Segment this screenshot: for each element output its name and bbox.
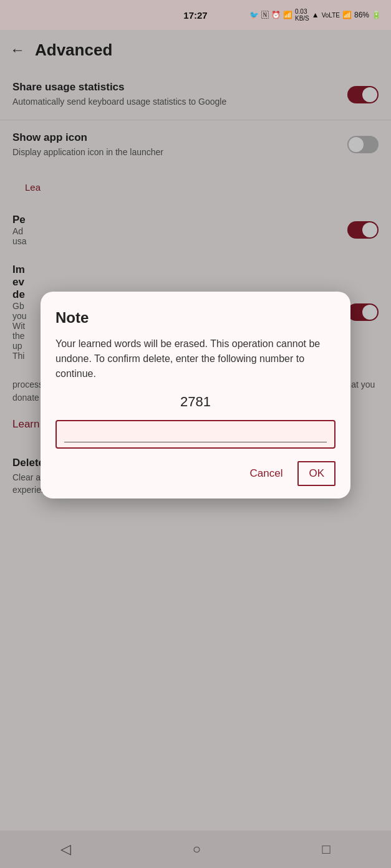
lte-icon: VoLTE xyxy=(322,12,340,19)
dialog-buttons: Cancel OK xyxy=(56,461,335,486)
input-container[interactable] xyxy=(56,420,335,449)
signal-icon: 📶 xyxy=(342,11,352,19)
confirm-number-input[interactable] xyxy=(64,426,327,442)
confirm-number: 2781 xyxy=(56,394,335,410)
status-bar: 17:27 🐦 🇳 ⏰ 📶 0.03KB/S ▲ VoLTE 📶 86% 🔋 xyxy=(0,0,391,30)
data-speed: 0.03KB/S xyxy=(295,8,309,22)
twitter-icon: 🐦 xyxy=(249,11,259,19)
wifi-icon: ▲ xyxy=(312,11,319,19)
battery-icon: 🔋 xyxy=(372,11,381,19)
notification-icon: 🇳 xyxy=(261,11,269,19)
cancel-button[interactable]: Cancel xyxy=(243,462,291,485)
status-icons: 🐦 🇳 ⏰ 📶 0.03KB/S ▲ VoLTE 📶 86% 🔋 xyxy=(249,8,381,22)
screen-background: ← Advanced Share usage statistics Automa… xyxy=(0,30,391,868)
note-dialog: Note Your learned words will be erased. … xyxy=(41,292,350,498)
alarm-icon: ⏰ xyxy=(271,11,281,19)
status-time: 17:27 xyxy=(183,10,207,21)
battery-pct: 86% xyxy=(354,11,369,19)
dialog-body: Your learned words will be erased. This … xyxy=(56,336,335,381)
ok-button[interactable]: OK xyxy=(297,461,335,486)
dialog-title: Note xyxy=(56,309,335,327)
bluetooth-icon: 📶 xyxy=(283,11,292,19)
